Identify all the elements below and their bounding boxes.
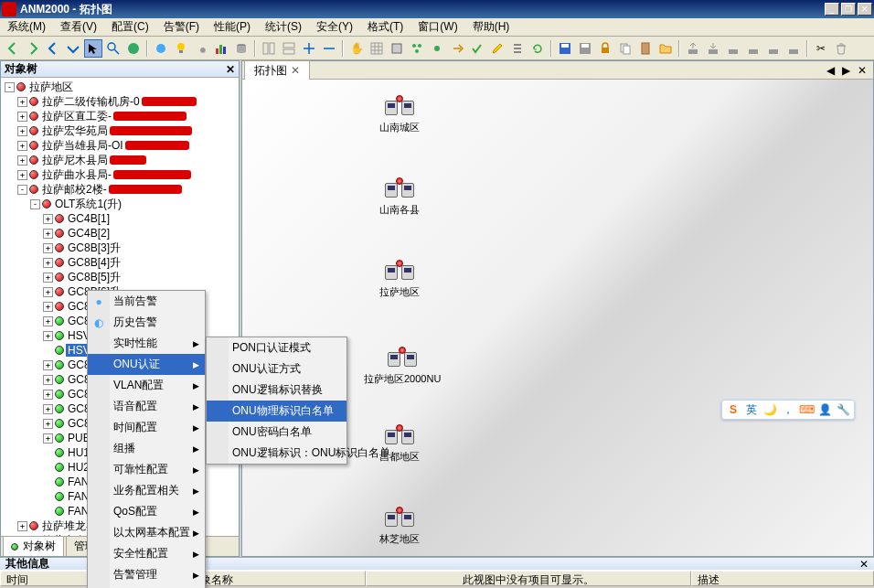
tool-group-icon[interactable]: [408, 39, 426, 58]
tool-zoom-icon[interactable]: [104, 39, 123, 58]
maximize-button[interactable]: ❐: [841, 3, 856, 16]
menu-item[interactable]: 可靠性配置▶: [88, 459, 205, 480]
ime-user-icon[interactable]: 👤: [817, 402, 832, 417]
topology-node[interactable]: 林芝地区: [379, 505, 420, 546]
topology-node[interactable]: 山南各县: [379, 176, 420, 217]
menu-item[interactable]: 语音配置▶: [88, 396, 205, 417]
menu-item[interactable]: 实时性能▶: [88, 333, 205, 354]
ime-keyboard-icon[interactable]: ⌨: [799, 402, 814, 417]
tool-copy-icon[interactable]: [616, 39, 634, 58]
tree-node[interactable]: +GC8B[4]升: [1, 255, 239, 270]
menu-item[interactable]: 时间配置▶: [88, 417, 205, 438]
tree-node[interactable]: -拉萨邮校2楼-: [1, 182, 239, 197]
expand-icon[interactable]: +: [43, 287, 53, 297]
menu-item[interactable]: ●当前告警: [88, 291, 205, 312]
tool-grid-icon[interactable]: [368, 39, 386, 58]
menu-item[interactable]: 告警管理▶: [88, 564, 205, 585]
tool-select-icon[interactable]: [84, 39, 102, 58]
tool-back-icon[interactable]: [4, 39, 22, 58]
expand-icon[interactable]: +: [43, 390, 53, 400]
ime-toolbar[interactable]: S 英 🌙 ， ⌨ 👤 🔧: [721, 400, 855, 420]
tree-node[interactable]: +拉萨二级传输机房-0: [1, 94, 239, 109]
submenu-item[interactable]: ONU逻辑标识替换: [207, 380, 346, 401]
tool-save-icon[interactable]: [556, 39, 574, 58]
menu-item[interactable]: ONU认证▶: [88, 354, 205, 375]
topology-node[interactable]: 拉萨地区2000NU: [364, 345, 441, 386]
topology-node[interactable]: [379, 551, 409, 556]
tool-disk-icon[interactable]: [232, 39, 250, 58]
menu-item[interactable]: 帮助(H): [465, 17, 517, 37]
menu-item[interactable]: QoS配置▶: [88, 501, 205, 522]
expand-icon[interactable]: +: [43, 214, 53, 224]
ime-punct-icon[interactable]: ，: [781, 402, 795, 417]
tool-edit-icon[interactable]: [488, 39, 506, 58]
tool-hand-icon[interactable]: ✋: [347, 39, 366, 58]
tree-root[interactable]: -拉萨地区: [1, 80, 239, 94]
tool-down-icon[interactable]: [64, 39, 82, 58]
tool-cut-icon[interactable]: ✂: [812, 39, 830, 58]
menu-item[interactable]: 以太网基本配置▶: [88, 522, 205, 543]
submenu-item[interactable]: ONU认证方式: [207, 358, 346, 380]
expand-icon[interactable]: +: [43, 360, 53, 370]
tab-close-icon[interactable]: ✕: [291, 64, 300, 77]
expand-icon[interactable]: +: [43, 433, 53, 444]
menu-item[interactable]: 格式(T): [360, 17, 410, 37]
tool-export-icon[interactable]: [764, 39, 783, 58]
tool-bulb-icon[interactable]: [172, 39, 190, 58]
ime-lang-button[interactable]: 英: [744, 402, 759, 417]
expand-icon[interactable]: +: [43, 316, 53, 326]
expand-icon[interactable]: +: [43, 243, 53, 253]
menu-item[interactable]: 业务配置相关▶: [88, 480, 205, 501]
menu-item[interactable]: ◐历史告警: [88, 312, 205, 333]
expand-icon[interactable]: +: [43, 419, 53, 429]
info-panel-close-icon[interactable]: ✕: [859, 558, 869, 571]
tool-lock-icon[interactable]: [596, 39, 614, 58]
menu-item[interactable]: 安全(Y): [309, 17, 360, 37]
tree-node[interactable]: +GC8B[3]升: [1, 241, 239, 255]
tool-paste-icon[interactable]: [636, 39, 655, 58]
tool-chart-icon[interactable]: [212, 39, 230, 58]
context-menu[interactable]: ●当前告警◐历史告警实时性能▶ONU认证▶VLAN配置▶语音配置▶时间配置▶组播…: [87, 290, 206, 588]
tree-node[interactable]: +拉萨宏华苑局: [1, 123, 239, 138]
tool-check-icon[interactable]: [468, 39, 486, 58]
expand-icon[interactable]: -: [30, 199, 40, 209]
tree-node[interactable]: +拉萨区直工委-: [1, 109, 239, 123]
tool-share-icon[interactable]: [448, 39, 466, 58]
tool-sync-icon[interactable]: [724, 39, 742, 58]
tree-node[interactable]: +拉萨尼木县局: [1, 153, 239, 167]
tab-closeall-icon[interactable]: ✕: [855, 64, 869, 77]
menu-item[interactable]: 配置(C): [104, 17, 156, 37]
expand-icon[interactable]: +: [17, 97, 27, 107]
tool-server-icon[interactable]: [388, 39, 406, 58]
tree-node[interactable]: +GC4B[1]: [1, 211, 239, 226]
menu-item[interactable]: 告警(F): [156, 17, 207, 37]
menu-item[interactable]: 统计(S): [258, 17, 309, 37]
expand-icon[interactable]: +: [17, 170, 27, 180]
submenu-item[interactable]: ONU逻辑标识：ONU标识白名单: [207, 443, 346, 464]
expand-icon[interactable]: +: [17, 521, 27, 531]
tree-node[interactable]: +拉萨当雄县局-OI: [1, 138, 239, 153]
tree-node[interactable]: -OLT系统1(升): [1, 197, 239, 211]
submenu-item[interactable]: PON口认证模式: [207, 337, 346, 358]
expand-icon[interactable]: +: [43, 375, 53, 385]
tool-layout2-icon[interactable]: [280, 39, 298, 58]
tree-node[interactable]: +拉萨曲水县局-: [1, 167, 239, 182]
expand-icon[interactable]: +: [17, 112, 27, 122]
expand-icon[interactable]: +: [17, 155, 27, 166]
expand-icon[interactable]: +: [17, 141, 27, 151]
topology-node[interactable]: 山南城区: [379, 93, 420, 134]
ime-settings-icon[interactable]: 🔧: [836, 402, 850, 417]
tab-prev-icon[interactable]: ◀: [824, 64, 837, 77]
context-submenu[interactable]: PON口认证模式ONU认证方式ONU逻辑标识替换ONU物理标识白名单ONU密码白…: [206, 337, 347, 465]
tool-forward-icon[interactable]: [24, 39, 42, 58]
tree-node[interactable]: +GC8B[5]升: [1, 270, 239, 284]
menu-item[interactable]: 系统(M): [0, 17, 53, 37]
menu-item[interactable]: 组播▶: [88, 438, 205, 459]
expand-icon[interactable]: +: [43, 258, 53, 268]
topology-canvas[interactable]: S 英 🌙 ， ⌨ 👤 🔧 山南城区山南各县拉萨地区拉萨地区2000NU昌都地区…: [242, 80, 873, 556]
tool-left-icon[interactable]: [44, 39, 62, 58]
expand-icon[interactable]: +: [43, 302, 53, 312]
panel-close-icon[interactable]: ✕: [226, 63, 235, 76]
tool-transfer-icon[interactable]: [744, 39, 762, 58]
tree-node[interactable]: +GC4B[2]: [1, 226, 239, 241]
